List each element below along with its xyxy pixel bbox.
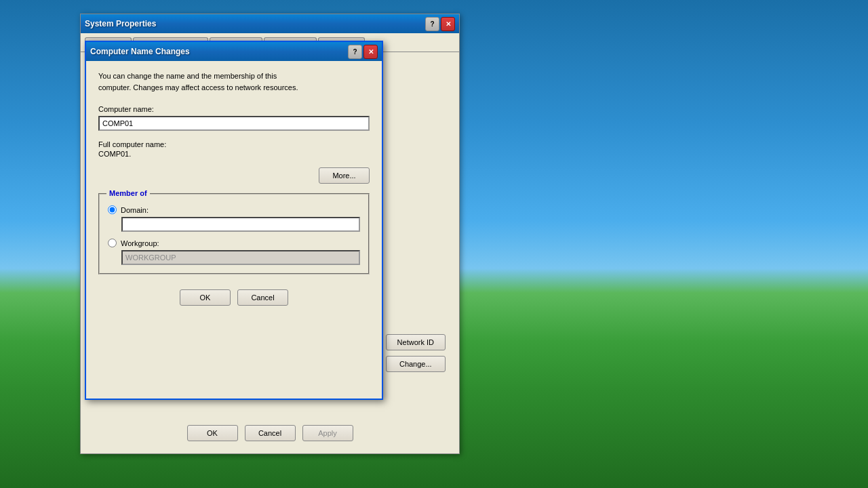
dialog-title: Computer Name Changes: [90, 47, 348, 56]
system-props-controls: ? ✕: [425, 17, 455, 31]
sys-cancel-button[interactable]: Cancel: [245, 425, 296, 441]
network-id-button[interactable]: Network ID: [386, 334, 446, 350]
domain-radio[interactable]: [108, 205, 117, 214]
dialog-ok-button[interactable]: OK: [180, 289, 231, 306]
full-computer-name-label: Full computer name:: [98, 140, 370, 148]
member-of-section: Member of Domain: Workgroup:: [98, 193, 370, 274]
workgroup-label[interactable]: Workgroup:: [121, 239, 159, 247]
dialog-description: You can change the name and the membersh…: [98, 70, 370, 93]
computer-name-field-group: Computer name:: [98, 105, 370, 131]
sys-action-buttons: Network ID Change...: [386, 334, 446, 372]
computer-name-input[interactable]: [98, 116, 370, 131]
computer-name-changes-dialog: Computer Name Changes ? ✕ You can change…: [85, 41, 383, 400]
computer-name-label: Computer name:: [98, 105, 370, 113]
member-of-legend: Member of: [106, 189, 150, 197]
dialog-titlebar[interactable]: Computer Name Changes ? ✕: [86, 42, 382, 61]
change-button[interactable]: Change...: [386, 356, 446, 372]
domain-input-wrapper: [108, 217, 360, 232]
workgroup-input-wrapper: [108, 250, 360, 265]
system-props-titlebar[interactable]: System Properties ? ✕: [81, 14, 459, 33]
domain-radio-row: Domain:: [108, 205, 360, 214]
dialog-close-button[interactable]: ✕: [363, 45, 378, 59]
full-computer-name-value: COMP01.: [98, 150, 370, 158]
sys-footer-buttons: OK Cancel Apply: [81, 425, 459, 441]
system-props-title: System Properties: [85, 19, 425, 28]
dialog-footer: OK Cancel: [98, 284, 370, 311]
workgroup-radio[interactable]: [108, 239, 117, 247]
domain-input[interactable]: [121, 217, 360, 232]
domain-label[interactable]: Domain:: [121, 206, 149, 214]
dialog-cancel-button[interactable]: Cancel: [237, 289, 288, 306]
dialog-body: You can change the name and the membersh…: [86, 61, 382, 321]
dialog-controls: ? ✕: [348, 45, 378, 59]
more-button[interactable]: More...: [319, 167, 370, 184]
more-button-row: More...: [98, 167, 370, 184]
workgroup-radio-row: Workgroup:: [108, 239, 360, 247]
desktop: System Properties ? ✕ General Computer N…: [0, 0, 868, 488]
system-props-close-button[interactable]: ✕: [441, 17, 455, 31]
system-props-help-button[interactable]: ?: [425, 17, 439, 31]
dialog-help-button[interactable]: ?: [348, 45, 362, 59]
workgroup-input[interactable]: [121, 250, 360, 265]
sys-ok-button[interactable]: OK: [187, 425, 238, 441]
full-computer-name-section: Full computer name: COMP01.: [98, 140, 370, 158]
sys-apply-button[interactable]: Apply: [302, 425, 353, 441]
